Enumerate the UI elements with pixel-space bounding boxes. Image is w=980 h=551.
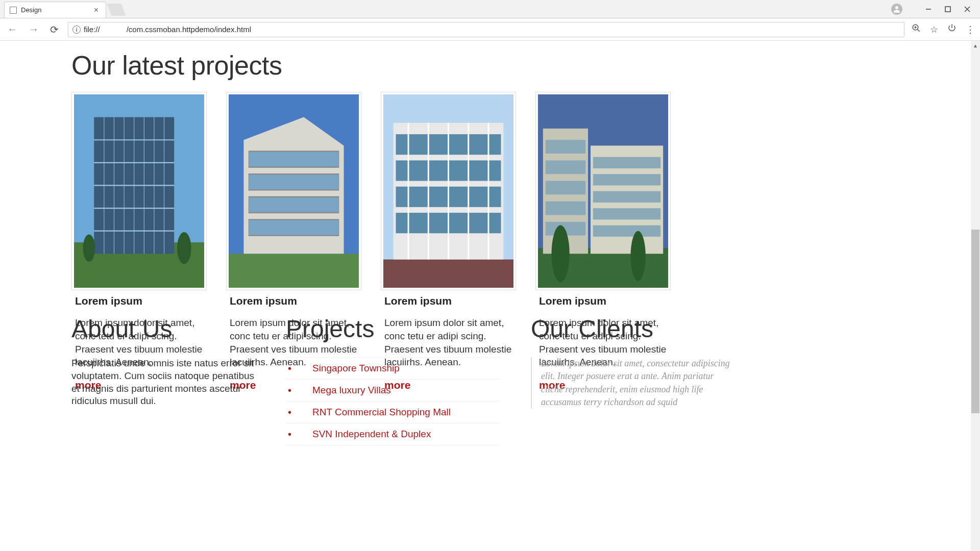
about-section: About Us Perspiciatis unde omnis iste na… xyxy=(71,315,255,445)
svg-rect-58 xyxy=(593,208,660,219)
clients-section: Our Clients Lorem ipsum dolor sit amet, … xyxy=(531,315,735,445)
svg-rect-33 xyxy=(249,219,339,235)
project-card: Lorem ipsum Lorem ipsum dolor sit amet, … xyxy=(226,92,361,290)
svg-point-25 xyxy=(83,234,95,262)
maximize-icon[interactable] xyxy=(944,6,951,13)
close-tab-icon[interactable]: × xyxy=(92,6,101,15)
project-link[interactable]: RNT Commercial Shopping Mall xyxy=(286,402,500,423)
svg-rect-28 xyxy=(229,254,359,288)
svg-rect-35 xyxy=(383,260,513,288)
svg-point-60 xyxy=(551,226,569,283)
back-button[interactable]: ← xyxy=(5,22,19,36)
projects-grid: Lorem ipsum Lorem ipsum dolor sit amet, … xyxy=(71,92,909,290)
address-bar: ← → ⟳ i file:// /com.cssmoban.httpdemo/i… xyxy=(0,18,980,41)
clients-heading: Our Clients xyxy=(531,315,735,343)
url-scheme: file:// xyxy=(84,25,100,34)
zoom-icon[interactable] xyxy=(912,23,921,35)
project-image xyxy=(383,94,513,288)
svg-point-61 xyxy=(630,231,645,281)
svg-point-26 xyxy=(177,232,191,264)
svg-rect-59 xyxy=(593,226,660,237)
svg-rect-56 xyxy=(593,174,660,185)
svg-rect-57 xyxy=(593,191,660,203)
window-controls xyxy=(891,0,980,18)
project-card: Lorem ipsum Lorem ipsum dolor sit amet, … xyxy=(71,92,207,290)
svg-line-6 xyxy=(917,29,920,32)
projects-heading: Projects xyxy=(286,315,500,343)
project-card: Lorem ipsum Lorem ipsum dolor sit amet, … xyxy=(535,92,671,290)
project-link[interactable]: Singapore Township xyxy=(286,357,500,380)
toolbar-icons: ☆ ⋮ xyxy=(912,23,975,35)
svg-rect-30 xyxy=(249,152,339,167)
projects-list-section: Projects Singapore Township Mega luxury … xyxy=(286,315,500,445)
forward-button[interactable]: → xyxy=(27,22,41,36)
card-title: Lorem ipsum xyxy=(230,295,358,307)
latest-projects-heading: Our latest projects xyxy=(71,50,909,81)
page-content: Our latest projects Lorem ipsum Lorem xyxy=(0,50,980,445)
sections-row: About Us Perspiciatis unde omnis iste na… xyxy=(71,315,909,445)
project-link[interactable]: SVN Independent & Duplex xyxy=(286,423,500,445)
project-image xyxy=(538,94,668,288)
svg-rect-32 xyxy=(249,197,339,213)
scroll-up-icon[interactable]: ▲ xyxy=(971,41,980,50)
svg-rect-2 xyxy=(945,7,950,12)
new-tab-button[interactable] xyxy=(107,4,126,16)
url-input[interactable]: i file:// /com.cssmoban.httpdemo/index.h… xyxy=(68,22,904,37)
minimize-icon[interactable] xyxy=(925,6,932,13)
tab-bar: Design × xyxy=(0,0,980,18)
tab-title: Design xyxy=(21,6,88,14)
profile-icon[interactable] xyxy=(891,4,902,15)
close-window-icon[interactable] xyxy=(964,6,971,13)
bookmark-star-icon[interactable]: ☆ xyxy=(930,24,938,35)
svg-rect-31 xyxy=(249,174,339,190)
svg-rect-55 xyxy=(593,157,660,168)
scrollbar[interactable]: ▲ xyxy=(971,41,980,551)
info-icon[interactable]: i xyxy=(72,26,81,34)
svg-point-0 xyxy=(895,6,898,9)
project-link[interactable]: Mega luxury Villas xyxy=(286,380,500,402)
svg-rect-50 xyxy=(546,140,585,154)
scroll-thumb[interactable] xyxy=(971,230,979,413)
about-text: Perspiciatis unde omnis iste natus error… xyxy=(71,357,255,408)
card-title: Lorem ipsum xyxy=(384,295,512,307)
svg-rect-52 xyxy=(546,181,585,195)
page-icon xyxy=(10,7,17,14)
power-icon[interactable] xyxy=(947,23,957,35)
browser-window: Design × ← → ⟳ i file:// /com.c xyxy=(0,0,980,41)
projects-list: Singapore Township Mega luxury Villas RN… xyxy=(286,357,500,445)
svg-rect-51 xyxy=(546,160,585,174)
card-title: Lorem ipsum xyxy=(539,295,667,307)
url-path: /com.cssmoban.httpdemo/index.html xyxy=(127,25,251,34)
browser-tab[interactable]: Design × xyxy=(4,2,106,18)
svg-rect-53 xyxy=(546,202,585,215)
page-viewport: Our latest projects Lorem ipsum Lorem xyxy=(0,41,980,551)
card-title: Lorem ipsum xyxy=(75,295,203,307)
project-image xyxy=(229,94,359,288)
client-quote: Lorem ipsum dolor sit amet, consectetur … xyxy=(531,357,735,409)
menu-icon[interactable]: ⋮ xyxy=(966,24,975,35)
project-card: Lorem ipsum Lorem ipsum dolor sit amet, … xyxy=(381,92,516,290)
reload-button[interactable]: ⟳ xyxy=(48,22,61,37)
project-image xyxy=(74,94,204,288)
about-heading: About Us xyxy=(71,315,255,343)
